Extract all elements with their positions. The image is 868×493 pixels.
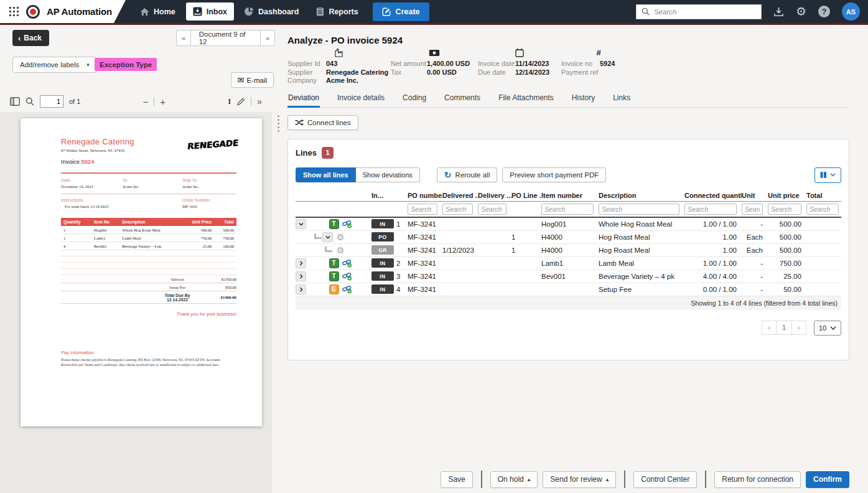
table-row[interactable]: ⚙ GR MF-3241 1/12/2023 1 H4000 Hog Roast… xyxy=(296,244,841,257)
col-invoice-line[interactable]: In... xyxy=(371,192,408,199)
collapse-row-button[interactable] xyxy=(322,232,333,242)
col-item-number[interactable]: Item number xyxy=(541,192,599,199)
help-button[interactable]: ? xyxy=(818,6,830,17)
confirm-button[interactable]: Confirm xyxy=(806,471,849,488)
control-center-button[interactable]: Control Center xyxy=(633,471,697,488)
col-total[interactable]: Total xyxy=(806,192,841,199)
tab-history[interactable]: History xyxy=(571,91,595,108)
user-avatar[interactable]: AS xyxy=(842,2,860,21)
settings-button[interactable]: ⚙ xyxy=(796,6,806,17)
page-size-select[interactable]: 10 xyxy=(814,321,841,336)
zoom-out-button[interactable]: − xyxy=(142,96,148,107)
return-for-connection-button[interactable]: Return for connection xyxy=(714,471,801,488)
col-po-line[interactable]: PO Line ... xyxy=(511,192,541,199)
on-hold-button[interactable]: On hold ▴ xyxy=(490,471,538,488)
table-row[interactable]: T IN 1 MF-3241 Hog001 Whole Hog Roast Me… xyxy=(296,218,841,231)
connect-lines-button[interactable]: Connect lines xyxy=(287,115,358,130)
filter-total[interactable] xyxy=(806,204,839,215)
tab-comments[interactable]: Comments xyxy=(444,91,481,108)
next-document-button[interactable]: » xyxy=(261,30,275,46)
create-button[interactable]: Create xyxy=(373,2,429,21)
table-row[interactable]: E IN 4 MF-3241 Setup Fee 0.00 / 1.00 - 5… xyxy=(296,283,841,296)
expand-row-button[interactable] xyxy=(296,271,306,281)
supplier-id-value: 043 xyxy=(326,60,337,68)
prev-page-button[interactable]: « xyxy=(762,321,777,335)
table-row[interactable]: T IN 2 MF-3241 Lamb1 Lamb Meal 1.00 / 1.… xyxy=(296,257,841,270)
more-tools-button[interactable]: » xyxy=(257,96,262,106)
tab-coding[interactable]: Coding xyxy=(402,91,427,108)
save-button[interactable]: Save xyxy=(441,471,472,488)
cell-description: Setup Fee xyxy=(599,286,684,293)
col-description[interactable]: Description xyxy=(599,192,684,199)
expand-row-button[interactable] xyxy=(296,284,306,294)
prev-document-button[interactable]: « xyxy=(176,30,190,46)
search-input[interactable] xyxy=(654,8,747,16)
current-page-button[interactable]: 1 xyxy=(777,321,791,335)
pdf-page-input[interactable] xyxy=(40,95,63,108)
expand-row-button[interactable] xyxy=(296,258,306,268)
back-button[interactable]: ‹ Back xyxy=(12,30,49,46)
show-all-lines-button[interactable]: Show all lines xyxy=(296,167,356,182)
col-delivered[interactable]: Delivered ... xyxy=(442,192,478,199)
lines-count-badge: 1 xyxy=(322,147,334,159)
text-select-tool-button[interactable]: I xyxy=(228,96,231,106)
nav-reports[interactable]: Reports xyxy=(309,2,365,21)
table-filter-row xyxy=(296,202,841,218)
tab-deviation[interactable]: Deviation xyxy=(287,91,320,108)
column-settings-button[interactable] xyxy=(814,167,841,183)
table-row[interactable]: T IN 3 MF-3241 Bev001 Beverage Variety –… xyxy=(296,270,841,283)
preview-short-payment-pdf-button[interactable]: Preview short payment PDF xyxy=(502,167,606,182)
tolerance-badge: T xyxy=(329,258,339,268)
tab-invoice-details[interactable]: Invoice details xyxy=(337,91,385,108)
tab-links[interactable]: Links xyxy=(612,91,631,108)
send-for-review-button[interactable]: Send for review ▴ xyxy=(543,471,616,488)
nav-dashboard[interactable]: Dashboard xyxy=(238,2,306,21)
collapse-row-button[interactable] xyxy=(296,219,306,229)
caret-up-icon: ▴ xyxy=(606,476,609,482)
filter-delivered[interactable] xyxy=(442,204,473,215)
app-grid-icon[interactable] xyxy=(9,6,19,17)
filter-unit-price[interactable] xyxy=(768,204,801,215)
col-unit-price[interactable]: Unit price xyxy=(768,192,806,199)
filter-item-number[interactable] xyxy=(541,204,594,215)
add-remove-labels-dropdown[interactable]: Add/remove labels ▾ xyxy=(12,57,97,73)
lines-heading: Lines 1 xyxy=(296,147,841,159)
tab-file-attachments[interactable]: File Attachments xyxy=(498,91,554,108)
cell-connected-quantity: 1.00 xyxy=(684,233,742,241)
filter-unit[interactable] xyxy=(742,204,763,215)
filter-connected-quantity[interactable] xyxy=(684,204,737,215)
nav-home[interactable]: Home xyxy=(133,3,182,21)
exception-type-label[interactable]: Exception Type xyxy=(95,58,157,71)
filter-po-number[interactable] xyxy=(408,204,437,215)
zoom-in-button[interactable]: + xyxy=(160,96,166,107)
panel-resize-handle[interactable] xyxy=(278,115,279,132)
invoice-summary-bar: Supplier Id043 SupplierRenegade Catering… xyxy=(287,47,849,85)
table-row[interactable]: ⚙ PO MF-3241 1 H4000 Hog Roast Meal 1.00… xyxy=(296,231,841,244)
next-page-button[interactable]: » xyxy=(791,321,806,335)
cell-item-number: H4000 xyxy=(541,233,599,241)
annotate-pen-button[interactable] xyxy=(236,97,245,106)
invoice-date-value: 11/14/2023 xyxy=(515,60,549,68)
document-position-label: Document 9 of 12 xyxy=(190,30,261,46)
divider xyxy=(251,97,251,106)
invoice-blank-row xyxy=(61,250,236,256)
doc-type-badge: IN xyxy=(371,258,394,268)
show-deviations-button[interactable]: Show deviations xyxy=(356,167,420,182)
filter-delivery[interactable] xyxy=(478,204,506,215)
pdf-sidebar-toggle-button[interactable] xyxy=(10,97,20,106)
reroute-all-button[interactable]: ↻ Reroute all xyxy=(437,167,497,182)
col-delivery[interactable]: Delivery ... xyxy=(478,192,511,199)
email-button[interactable]: ✉ E-mail xyxy=(231,72,274,88)
download-button[interactable] xyxy=(773,7,784,17)
chevron-down-icon xyxy=(830,173,836,177)
filter-description[interactable] xyxy=(599,204,679,215)
cell-item-number: Hog001 xyxy=(541,220,599,228)
connected-link-icon xyxy=(342,272,352,281)
pdf-search-icon[interactable] xyxy=(26,97,34,106)
col-connected-quantity[interactable]: Connected quantity .. xyxy=(684,192,742,199)
pdf-viewer[interactable]: Renegade Catering 87 Walker Street, Newt… xyxy=(0,112,272,493)
col-po-number[interactable]: PO number xyxy=(408,192,442,199)
nav-inbox[interactable]: Inbox xyxy=(186,2,234,21)
col-unit[interactable]: Unit xyxy=(742,192,768,199)
detail-tabs: Deviation Invoice details Coding Comment… xyxy=(287,91,849,108)
